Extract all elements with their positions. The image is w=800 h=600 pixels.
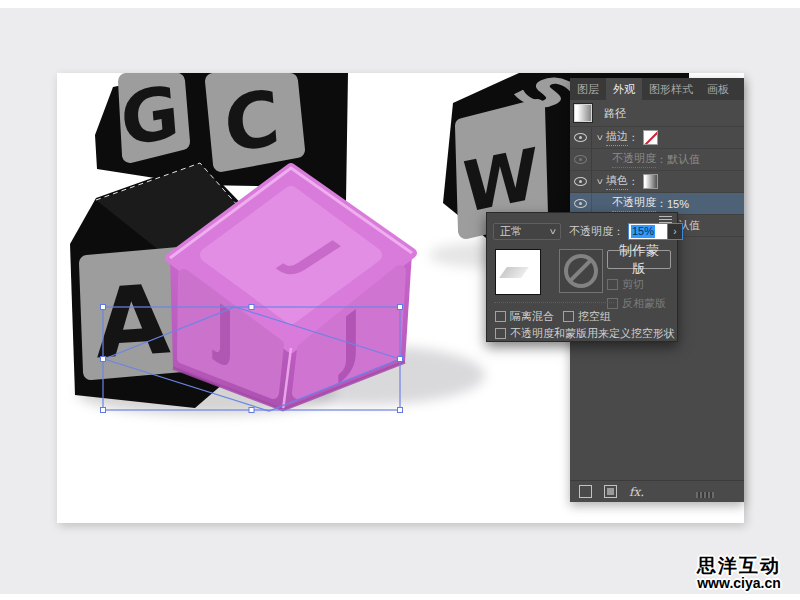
- add-effect-icon[interactable]: fx.: [629, 485, 644, 499]
- clip-checkbox-row: 剪切: [607, 277, 644, 292]
- knockout-group-checkbox[interactable]: [563, 311, 574, 322]
- block-letter-c: C: [221, 73, 283, 171]
- visibility-toggle[interactable]: [570, 127, 592, 148]
- block-letter-a: A: [92, 264, 172, 381]
- stroke-none-swatch[interactable]: [643, 130, 658, 145]
- opacity-input-group: 15% ›: [628, 223, 683, 240]
- chevron-down-icon[interactable]: ∨: [596, 133, 605, 142]
- eye-icon: [574, 133, 587, 142]
- opacity-stepper-button[interactable]: ›: [667, 224, 682, 239]
- tab-appearance[interactable]: 外观: [606, 78, 642, 100]
- opacity-value: 15%: [667, 198, 689, 210]
- invert-mask-checkbox-row: 反相蒙版: [607, 296, 666, 311]
- knockout-group-row: 挖空组: [563, 309, 611, 324]
- visibility-toggle[interactable]: [570, 193, 592, 214]
- clip-label: 剪切: [622, 277, 644, 292]
- tab-artboards[interactable]: 画板: [700, 78, 736, 100]
- clip-checkbox[interactable]: [607, 279, 618, 290]
- object-thumbnail[interactable]: [495, 249, 541, 295]
- fill-label[interactable]: 填色: [606, 173, 628, 190]
- tab-graphic-styles[interactable]: 图形样式: [642, 78, 700, 100]
- watermark-brand: 思洋互动: [681, 556, 797, 576]
- panel-tab-bar: 图层 外观 图形样式 画板: [570, 78, 744, 100]
- appearance-row-stroke[interactable]: ∨ 描边 ：: [570, 127, 744, 149]
- watermark: 思洋互动 www.ciya.cn: [681, 556, 797, 591]
- chevron-down-icon: ∨: [549, 227, 558, 236]
- no-mask-icon: [564, 254, 598, 288]
- opacity-input[interactable]: 15%: [629, 224, 667, 239]
- isolate-blending-row: 隔离混合: [495, 309, 554, 324]
- add-fill-icon[interactable]: [604, 485, 617, 498]
- transparency-popup: 正常 ∨ 不透明度： 15% › 制作蒙版 剪切 反相蒙版 隔离混合: [486, 212, 678, 342]
- invert-mask-label: 反相蒙版: [622, 296, 666, 311]
- path-label: 路径: [604, 106, 626, 121]
- panel-footer: fx.: [570, 480, 744, 502]
- watermark-url: www.ciya.cn: [681, 576, 797, 591]
- visibility-toggle[interactable]: [570, 149, 592, 170]
- stroke-label[interactable]: 描边: [606, 129, 628, 146]
- visibility-toggle[interactable]: [570, 171, 592, 192]
- blend-mode-dropdown[interactable]: 正常 ∨: [493, 223, 561, 240]
- blend-mode-value: 正常: [500, 224, 522, 239]
- isolate-blending-checkbox[interactable]: [495, 311, 506, 322]
- appearance-row-fill[interactable]: ∨ 填色 ：: [570, 171, 744, 193]
- make-mask-button[interactable]: 制作蒙版: [607, 250, 671, 269]
- opacity-field-label: 不透明度：: [569, 224, 624, 239]
- eye-icon: [574, 155, 587, 164]
- chevron-down-icon[interactable]: ∨: [596, 177, 605, 186]
- arrow-right-icon: ›: [673, 226, 676, 237]
- opacity-input-selected-text: 15%: [631, 225, 655, 238]
- block-letter-g: G: [118, 73, 183, 163]
- panel-resize-grip[interactable]: [696, 492, 714, 498]
- define-knockout-label: 不透明度和蒙版用来定义挖空形状: [510, 326, 675, 341]
- isolate-blending-label: 隔离混合: [510, 309, 554, 324]
- blend-row: 正常 ∨ 不透明度： 15% ›: [493, 222, 671, 240]
- popup-separator: [494, 302, 614, 303]
- eye-icon: [574, 177, 587, 186]
- define-knockout-checkbox[interactable]: [495, 328, 506, 339]
- mask-thumbnail[interactable]: [559, 249, 603, 293]
- fill-gradient-swatch[interactable]: [643, 174, 658, 189]
- opacity-label[interactable]: 不透明度: [612, 195, 656, 212]
- appearance-row-stroke-opacity[interactable]: 不透明度 ： 默认值: [570, 149, 744, 171]
- add-stroke-icon[interactable]: [579, 485, 592, 498]
- path-thumbnail: [574, 104, 592, 122]
- knockout-group-label: 挖空组: [578, 309, 611, 324]
- invert-mask-checkbox[interactable]: [607, 298, 618, 309]
- shadow-shape-preview: [499, 267, 529, 278]
- appearance-row-path[interactable]: 路径: [570, 100, 744, 127]
- eye-icon: [574, 199, 587, 208]
- define-knockout-row: 不透明度和蒙版用来定义挖空形状: [495, 326, 675, 341]
- opacity-label[interactable]: 不透明度: [612, 151, 656, 168]
- opacity-value: 默认值: [667, 152, 700, 167]
- tab-layers[interactable]: 图层: [570, 78, 606, 100]
